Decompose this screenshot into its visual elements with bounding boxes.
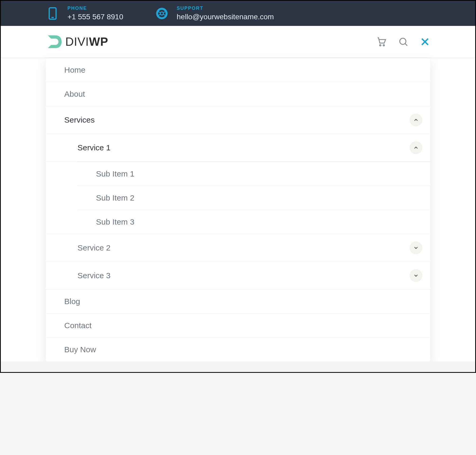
logo-text-prefix: DIVI <box>65 35 89 48</box>
phone-icon <box>46 7 59 20</box>
svg-point-4 <box>400 38 406 44</box>
service-1-subitems: Sub Item 1 Sub Item 2 Sub Item 3 <box>77 162 430 234</box>
logo-text-suffix: WP <box>89 35 108 48</box>
search-icon[interactable] <box>398 36 409 47</box>
logo-mark-icon <box>46 33 63 50</box>
cart-icon[interactable] <box>376 36 387 47</box>
phone-block[interactable]: PHONE +1 555 567 8910 <box>46 6 123 21</box>
menu-label: Sub Item 2 <box>96 193 422 202</box>
menu-label: Sub Item 3 <box>96 217 422 226</box>
svg-point-2 <box>380 45 381 46</box>
logo[interactable]: DIVIWP <box>46 33 108 50</box>
logo-text: DIVIWP <box>65 35 108 48</box>
app-frame: PHONE +1 555 567 8910 SUPPORT hello@your… <box>0 0 476 373</box>
svg-point-3 <box>383 45 385 46</box>
phone-text: PHONE +1 555 567 8910 <box>67 6 123 21</box>
chevron-up-icon[interactable] <box>410 114 422 126</box>
support-label: SUPPORT <box>177 6 274 11</box>
menu-label: Home <box>64 66 422 75</box>
phone-value: +1 555 567 8910 <box>67 13 123 21</box>
support-value: hello@yourwebsitename.com <box>177 13 274 21</box>
menu-item-service-1[interactable]: Service 1 <box>46 134 430 162</box>
menu-label: Blog <box>64 297 422 306</box>
close-icon[interactable] <box>420 36 430 47</box>
menu-item-service-2[interactable]: Service 2 <box>46 234 430 262</box>
support-icon <box>155 7 169 20</box>
mobile-menu-panel: Home About Services Service 1 Su <box>46 58 430 361</box>
menu-item-contact[interactable]: Contact <box>46 314 430 338</box>
chevron-up-icon[interactable] <box>410 141 422 154</box>
menu-label: Service 1 <box>77 143 410 152</box>
chevron-down-icon[interactable] <box>410 242 422 254</box>
menu-label: Sub Item 1 <box>96 169 422 178</box>
support-text: SUPPORT hello@yourwebsitename.com <box>177 6 274 21</box>
menu-label: About <box>64 90 422 99</box>
menu-item-services[interactable]: Services <box>46 106 430 134</box>
menu-label: Service 2 <box>77 243 410 252</box>
menu-item-buy-now[interactable]: Buy Now <box>46 338 430 361</box>
header: DIVIWP <box>1 26 475 58</box>
chevron-down-icon[interactable] <box>410 269 422 282</box>
menu-item-about[interactable]: About <box>46 82 430 106</box>
menu-item-blog[interactable]: Blog <box>46 290 430 314</box>
page-background <box>1 361 475 372</box>
menu-label: Services <box>64 115 410 124</box>
phone-label: PHONE <box>67 6 123 11</box>
menu-item-home[interactable]: Home <box>46 58 430 82</box>
topbar: PHONE +1 555 567 8910 SUPPORT hello@your… <box>1 1 475 26</box>
menu-label: Contact <box>64 321 422 330</box>
menu-label: Buy Now <box>64 345 422 354</box>
svg-line-5 <box>405 44 407 46</box>
menu-item-sub-2[interactable]: Sub Item 2 <box>77 186 430 210</box>
menu-area: Home About Services Service 1 Su <box>1 58 475 361</box>
menu-item-service-3[interactable]: Service 3 <box>46 262 430 290</box>
menu-label: Service 3 <box>77 271 410 280</box>
menu-item-sub-1[interactable]: Sub Item 1 <box>77 162 430 186</box>
menu-item-sub-3[interactable]: Sub Item 3 <box>77 210 430 234</box>
header-actions <box>376 36 430 47</box>
support-block[interactable]: SUPPORT hello@yourwebsitename.com <box>155 6 274 21</box>
